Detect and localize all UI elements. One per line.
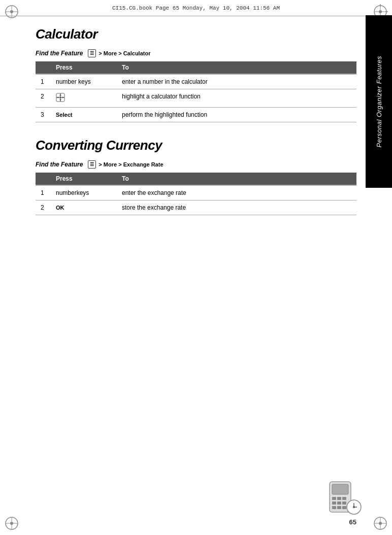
sidebar-label-text: Personal Organizer Features bbox=[375, 56, 383, 147]
svg-rect-28 bbox=[332, 497, 336, 500]
device-svg bbox=[324, 479, 363, 517]
select-label: Select bbox=[56, 112, 72, 118]
currency-section: Converting Currency Find the Feature ☰ >… bbox=[36, 138, 356, 215]
calculator-title: Calculator bbox=[36, 26, 356, 42]
svg-point-17 bbox=[379, 522, 382, 525]
currency-table: Press To 1 numberkeys enter the exchange… bbox=[36, 173, 356, 215]
calculator-col-header-to: To bbox=[117, 61, 356, 74]
header-filename: CI15.CG.book Page 65 Monday, May 10, 200… bbox=[112, 5, 280, 11]
row-1-to: enter a number in the calculator bbox=[117, 74, 356, 89]
header-bar: CI15.CG.book Page 65 Monday, May 10, 200… bbox=[0, 0, 392, 16]
row-3-press: Select bbox=[51, 108, 117, 122]
svg-rect-35 bbox=[337, 506, 341, 509]
menu-icon-calc: ☰ bbox=[88, 49, 96, 57]
currency-title: Converting Currency bbox=[36, 138, 356, 153]
currency-row-1-press: numberkeys bbox=[51, 185, 117, 200]
svg-rect-34 bbox=[332, 506, 336, 509]
svg-rect-36 bbox=[342, 506, 346, 509]
currency-path-text: > More > Exchange Rate bbox=[99, 161, 163, 168]
calculator-find-feature: Find the Feature ☰ > More > Calculator bbox=[36, 49, 356, 57]
calculator-path-text: > More > Calculator bbox=[99, 50, 150, 56]
nav-crosshair-icon bbox=[56, 93, 65, 102]
svg-point-40 bbox=[353, 506, 355, 508]
svg-rect-29 bbox=[337, 497, 341, 500]
svg-rect-32 bbox=[337, 501, 341, 505]
svg-rect-33 bbox=[342, 501, 346, 505]
row-2-to: highlight a calculator function bbox=[117, 89, 356, 108]
svg-rect-27 bbox=[332, 484, 348, 494]
currency-col-header-to: To bbox=[117, 173, 356, 185]
row-2-num: 2 bbox=[36, 89, 51, 108]
svg-point-25 bbox=[59, 96, 61, 98]
svg-point-13 bbox=[10, 522, 13, 525]
row-3-num: 3 bbox=[36, 108, 51, 122]
row-2-press bbox=[51, 89, 117, 108]
table-row: 2 bbox=[36, 89, 356, 108]
table-row: 3 Select perform the highlighted functio… bbox=[36, 108, 356, 122]
currency-row-1-to: enter the exchange rate bbox=[117, 185, 356, 200]
calculator-find-feature-path: ☰ > More > Calculator bbox=[88, 49, 150, 57]
table-row: 1 numberkeys enter the exchange rate bbox=[36, 185, 356, 200]
ok-label: OK bbox=[56, 205, 64, 211]
calculator-find-feature-label: Find the Feature bbox=[36, 50, 83, 57]
calculator-section: Calculator Find the Feature ☰ > More > C… bbox=[36, 26, 356, 122]
row-1-press: number keys bbox=[51, 74, 117, 89]
currency-row-2-num: 2 bbox=[36, 200, 51, 215]
page-number: 65 bbox=[349, 518, 356, 526]
main-content: Calculator Find the Feature ☰ > More > C… bbox=[30, 16, 362, 515]
currency-row-2-to: store the exchange rate bbox=[117, 200, 356, 215]
device-image bbox=[324, 479, 363, 517]
svg-marker-24 bbox=[62, 96, 64, 98]
corner-decoration-br bbox=[373, 516, 388, 531]
row-3-to: perform the highlighted function bbox=[117, 108, 356, 122]
currency-find-feature-label: Find the Feature bbox=[36, 161, 83, 168]
svg-marker-22 bbox=[59, 99, 61, 102]
calculator-col-header-num bbox=[36, 61, 51, 74]
calculator-table: Press To 1 number keys enter a number in… bbox=[36, 61, 356, 122]
currency-row-2-press: OK bbox=[51, 200, 117, 215]
svg-marker-23 bbox=[57, 96, 59, 98]
svg-rect-31 bbox=[332, 501, 336, 505]
currency-table-header-row: Press To bbox=[36, 173, 356, 185]
menu-icon-currency: ☰ bbox=[88, 160, 96, 169]
calculator-table-header-row: Press To bbox=[36, 61, 356, 74]
currency-find-feature: Find the Feature ☰ > More > Exchange Rat… bbox=[36, 160, 356, 169]
svg-marker-21 bbox=[59, 94, 61, 96]
svg-rect-30 bbox=[342, 497, 346, 500]
calculator-col-header-press: Press bbox=[51, 61, 117, 74]
corner-decoration-bl bbox=[4, 516, 19, 531]
currency-find-feature-path: ☰ > More > Exchange Rate bbox=[88, 160, 163, 169]
table-row: 1 number keys enter a number in the calc… bbox=[36, 74, 356, 89]
currency-col-header-press: Press bbox=[51, 173, 117, 185]
table-row: 2 OK store the exchange rate bbox=[36, 200, 356, 215]
currency-row-1-num: 1 bbox=[36, 185, 51, 200]
currency-col-header-num bbox=[36, 173, 51, 185]
row-1-num: 1 bbox=[36, 74, 51, 89]
sidebar-label-container: Personal Organizer Features bbox=[366, 15, 392, 188]
